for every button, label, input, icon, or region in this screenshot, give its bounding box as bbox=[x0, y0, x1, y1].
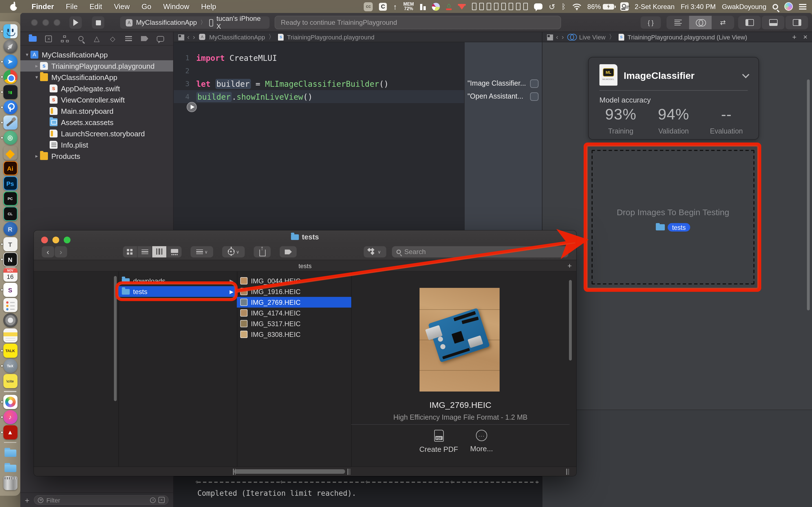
menu-item-help[interactable]: Help bbox=[201, 2, 216, 11]
spotlight-icon[interactable] bbox=[772, 4, 778, 9]
dock-item-calendar[interactable]: NOV16 bbox=[2, 267, 18, 282]
file-row-IMG_8308.HEIC[interactable]: IMG_8308.HEIC bbox=[237, 329, 351, 340]
dock-item-notion[interactable]: N bbox=[2, 252, 18, 267]
search-navigator-tab[interactable] bbox=[75, 33, 86, 44]
tags-button[interactable] bbox=[280, 246, 297, 258]
apple-menu-icon[interactable] bbox=[10, 2, 17, 11]
file-tree-row[interactable]: LaunchScreen.storyboard bbox=[20, 128, 173, 139]
upload-cloud-icon[interactable]: ↑ bbox=[393, 2, 397, 11]
code-line-3[interactable]: 3let builder = MLImageClassifierBuilder(… bbox=[174, 77, 464, 90]
file-tree-row[interactable]: Main.storyboard bbox=[20, 105, 173, 117]
related-items-icon[interactable] bbox=[547, 34, 553, 40]
dock-item-folder-documents[interactable] bbox=[2, 460, 18, 475]
disclosure-triangle[interactable]: ▸ bbox=[33, 153, 40, 159]
inspector-toggle-button[interactable] bbox=[785, 16, 808, 29]
debug-console[interactable]: + + + + + Completed (Iteration limit rea… bbox=[174, 476, 542, 507]
library-button[interactable]: { } bbox=[641, 16, 661, 29]
horizontal-scrollbar[interactable] bbox=[234, 469, 345, 474]
add-assistant-button[interactable]: + bbox=[792, 33, 797, 41]
finder-close-button[interactable] bbox=[41, 236, 48, 243]
breakpoint-navigator-tab[interactable]: ◇ bbox=[107, 33, 118, 44]
back-button[interactable]: ‹ bbox=[42, 246, 54, 258]
playground-result-row[interactable]: "Image Classifier... bbox=[467, 77, 541, 90]
column-view-button[interactable] bbox=[152, 246, 167, 258]
code-line-1[interactable]: 1import CreateMLUI bbox=[174, 51, 464, 64]
dock-item-r-app[interactable]: R bbox=[2, 221, 18, 237]
version-editor-button[interactable]: ⇄ bbox=[712, 16, 734, 29]
dropbox-button[interactable]: ∨ bbox=[364, 246, 386, 258]
bluetooth-icon[interactable]: ᛒ bbox=[561, 2, 566, 11]
group-by-button[interactable]: ∨ bbox=[191, 246, 213, 258]
dock-item-photos[interactable] bbox=[2, 394, 18, 409]
file-tree-row[interactable]: ▸TriainingPlayground.playground bbox=[20, 60, 173, 71]
column-resize-handle[interactable] bbox=[233, 469, 238, 475]
dock-item-terminal[interactable]: $▮ bbox=[2, 84, 18, 100]
menu-item-go[interactable]: Go bbox=[142, 2, 151, 11]
search-input[interactable] bbox=[404, 248, 564, 256]
notification-center-icon[interactable] bbox=[799, 4, 806, 9]
live-view-drop-zone[interactable]: Drop Images To Begin Testing tests bbox=[586, 144, 760, 290]
scheme-selector[interactable]: A MyClassificationApp 〉 tucan's iPhone X bbox=[120, 16, 269, 29]
breadcrumb-live-file[interactable]: TriainingPlayground.playground (Live Vie… bbox=[627, 34, 747, 40]
live-view-scrollbar[interactable] bbox=[807, 79, 810, 311]
disclosure-triangle[interactable]: ▾ bbox=[24, 52, 31, 57]
messages-icon[interactable] bbox=[534, 3, 543, 10]
chevron-down-icon[interactable] bbox=[742, 71, 749, 78]
breadcrumb-project[interactable]: MyClassificationApp bbox=[209, 34, 265, 40]
new-tab-button[interactable]: + bbox=[567, 262, 572, 270]
debug-area-toggle-button[interactable] bbox=[762, 16, 784, 29]
finder-title-bar[interactable]: tests bbox=[34, 230, 576, 243]
file-tree-row[interactable]: ▾MyClassificationApp bbox=[20, 49, 173, 60]
issue-navigator-tab[interactable]: △ bbox=[91, 33, 102, 44]
file-tree-row[interactable]: ViewController.swift bbox=[20, 94, 173, 105]
assistant-editor-button[interactable] bbox=[689, 16, 712, 29]
dock-item-system-preferences[interactable] bbox=[2, 313, 18, 328]
finder-minimize-button[interactable] bbox=[52, 236, 59, 243]
back-history-button[interactable]: ‹ bbox=[556, 33, 558, 41]
forward-history-button[interactable]: › bbox=[193, 33, 195, 41]
source-control-filter-icon[interactable]: × bbox=[158, 497, 165, 503]
dock-item-itunes[interactable]: ♪ bbox=[2, 409, 18, 425]
show-result-button[interactable] bbox=[530, 79, 539, 88]
stop-button[interactable] bbox=[92, 16, 104, 29]
dock-item-slack[interactable]: S bbox=[2, 282, 18, 297]
dock-item-illustrator[interactable]: Ai bbox=[2, 161, 18, 176]
dock-item-kakaotalk[interactable]: TALK bbox=[2, 343, 18, 358]
recents-filter-icon[interactable] bbox=[150, 497, 156, 503]
dock-item-onepassword[interactable] bbox=[2, 100, 18, 115]
disclosure-triangle[interactable]: ▾ bbox=[33, 74, 40, 80]
dock-item-xcode[interactable] bbox=[2, 115, 18, 130]
disk-pie-icon[interactable] bbox=[432, 3, 440, 10]
dock-item-pycharm[interactable]: PC bbox=[2, 191, 18, 206]
menu-item-finder[interactable]: Finder bbox=[32, 2, 54, 11]
caffeine-icon[interactable]: C bbox=[379, 3, 387, 10]
report-navigator-tab[interactable] bbox=[123, 33, 134, 44]
forward-button[interactable]: › bbox=[55, 246, 67, 258]
dock-item-atom[interactable]: ◎ bbox=[2, 130, 18, 145]
column-resize-handle[interactable] bbox=[347, 469, 352, 475]
xcode-minimize-button[interactable] bbox=[42, 19, 49, 25]
code-line-2[interactable]: 2 bbox=[174, 64, 464, 77]
folder-row-downloads[interactable]: downloads▶ bbox=[118, 276, 237, 286]
related-items-icon[interactable] bbox=[178, 34, 184, 40]
dock-item-photoshop[interactable]: Ps bbox=[2, 176, 18, 191]
dock-item-finder[interactable] bbox=[2, 24, 18, 39]
playground-result-row[interactable]: "Open Assistant... bbox=[467, 90, 541, 103]
playground-run-line-button[interactable] bbox=[187, 102, 197, 112]
forward-history-button[interactable]: › bbox=[562, 33, 564, 41]
input-source-label[interactable]: 2-Set Korean bbox=[635, 3, 674, 10]
file-tree-row[interactable]: ▸Products bbox=[20, 151, 173, 162]
dock-item-citation-notes[interactable]: \cite bbox=[2, 374, 18, 389]
navigator-toggle-button[interactable] bbox=[738, 16, 761, 29]
funnel-icon[interactable] bbox=[458, 4, 466, 9]
dock-item-notes[interactable] bbox=[2, 328, 18, 343]
source-control-tab[interactable]: × bbox=[43, 33, 54, 44]
gallery-view-button[interactable] bbox=[167, 246, 182, 258]
file-row-IMG_5317.HEIC[interactable]: IMG_5317.HEIC bbox=[237, 318, 351, 329]
adobe-cc-icon[interactable]: cc bbox=[364, 2, 373, 11]
cpu-bars-icon[interactable] bbox=[420, 3, 426, 10]
breadcrumb-mode[interactable]: Live View bbox=[579, 34, 606, 40]
menu-item-edit[interactable]: Edit bbox=[89, 2, 102, 11]
more-actions-button[interactable]: ... More... bbox=[448, 430, 515, 453]
search-field[interactable] bbox=[392, 246, 568, 258]
